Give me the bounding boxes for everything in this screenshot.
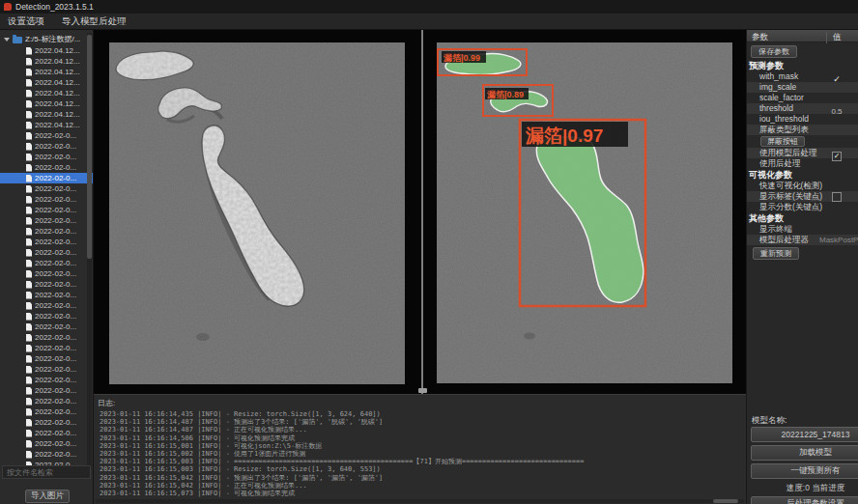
log-line: 2023-01-11 16:16:14,487 |INFO| - 正在可视化预测…	[100, 426, 746, 434]
tree-file-item[interactable]: 2022-02-0...	[0, 247, 93, 258]
tree-file-item[interactable]: 2022-02-0...	[0, 205, 93, 215]
tree-file-item[interactable]: 2022-02-0...	[0, 375, 93, 385]
file-name: 2022-02-0...	[35, 195, 76, 204]
menu-bar: 设置选项 导入模型后处理	[0, 14, 858, 30]
tree-file-item[interactable]: 2022-02-0...	[0, 130, 93, 141]
tree-file-item[interactable]: 2022-02-0...	[0, 385, 93, 396]
param-row[interactable]: 使用后处理	[747, 158, 858, 169]
param-row[interactable]: 显示标签(关键点)	[747, 191, 858, 202]
menu-item-import-postprocess[interactable]: 导入模型后处理	[62, 15, 127, 28]
param-row[interactable]: 显示终端	[747, 224, 858, 235]
param-row[interactable]: iou_threshold	[747, 114, 858, 125]
viewer-split-grip[interactable]	[418, 388, 427, 393]
tree-file-item[interactable]: 2022-02-0...	[0, 279, 93, 290]
repredict-button[interactable]: 重新预测	[753, 247, 799, 260]
file-icon	[26, 196, 32, 204]
param-value-cell	[816, 93, 857, 103]
tree-file-item[interactable]: 2022-02-0...	[0, 406, 93, 417]
tree-file-item[interactable]: 2022-02-0...	[0, 237, 93, 247]
tree-file-item[interactable]: 2022-02-0...	[0, 332, 93, 343]
param-row-button[interactable]: 屏蔽按钮	[760, 136, 805, 147]
tree-file-item[interactable]: 2022.04.12...	[0, 88, 93, 98]
tree-file-item[interactable]: 2022-02-0...	[0, 353, 93, 364]
tree-file-item[interactable]: 2022-02-0...	[0, 194, 93, 205]
log-line: 2023-01-11 16:16:15,001 |INFO| - 可视化json…	[100, 442, 746, 450]
tree-file-item[interactable]: 2022-02-0...	[0, 173, 93, 183]
tree-file-item[interactable]: 2022-02-0...	[0, 183, 93, 194]
tree-file-item[interactable]: 2022-02-0...	[0, 396, 93, 406]
tree-file-item[interactable]: 2022-02-0...	[0, 343, 93, 353]
log-line: 2023-01-11 16:16:15,003 |INFO| - =======…	[100, 458, 746, 465]
log-panel[interactable]: 日志: 2023-01-11 16:16:14,435 |INFO| - Res…	[94, 394, 746, 504]
param-row[interactable]: img_scale	[747, 82, 858, 93]
tree-root-folder[interactable]: Z:/5-标注数据/...	[0, 33, 93, 45]
tree-file-item[interactable]: 2022-02-0...	[0, 215, 93, 226]
param-row[interactable]: 屏蔽类型列表	[747, 125, 858, 135]
param-row[interactable]: threshold0.5	[747, 103, 858, 114]
import-images-button[interactable]: 导入图片	[25, 490, 70, 503]
tree-scrollbar[interactable]	[87, 33, 92, 469]
tree-file-item[interactable]: 2022.04.12...	[0, 77, 93, 88]
tree-file-item[interactable]: 2022-02-0...	[0, 300, 93, 311]
tree-file-item[interactable]: 2022-02-0...	[0, 162, 93, 173]
file-name: 2022-02-0...	[35, 153, 76, 161]
tree-file-item[interactable]: 2022-02-0...	[0, 438, 93, 449]
tree-file-item[interactable]: 2022-02-0...	[0, 268, 93, 279]
param-row[interactable]: 显示分数(关键点)	[747, 202, 858, 212]
image-smudge	[196, 333, 210, 341]
file-name: 2022-02-0...	[35, 418, 76, 427]
file-icon	[26, 164, 32, 172]
file-icon	[26, 408, 32, 416]
tree-file-item[interactable]: 2022-02-0...	[0, 449, 93, 460]
tree-file-item[interactable]: 2022-02-0...	[0, 226, 93, 237]
load-model-button[interactable]: 加载模型	[751, 445, 858, 461]
param-value-cell	[816, 114, 857, 125]
expander-icon[interactable]	[4, 38, 10, 42]
model-value-button[interactable]: 20221225_174813	[751, 427, 858, 442]
postprocess-settings-button[interactable]: 后处理参数设置	[751, 496, 858, 504]
detection-label: 漏箔|0.89	[486, 90, 524, 99]
param-label: 显示终端	[759, 224, 792, 235]
tree-file-item[interactable]: 2022.04.12...	[0, 120, 93, 130]
tree-file-item[interactable]: 2022.04.12...	[0, 56, 93, 67]
param-row[interactable]: 使用模型后处理✓	[747, 148, 858, 158]
tree-file-item[interactable]: 2022.04.12...	[0, 98, 93, 109]
save-params-button[interactable]: 保存参数	[751, 45, 797, 58]
tree-file-item[interactable]: 2022.04.12...	[0, 109, 93, 120]
tree-file-item[interactable]: 2022-02-0...	[0, 364, 93, 375]
param-row[interactable]: 快速可视化(检测)	[747, 181, 858, 191]
checkbox[interactable]	[832, 192, 842, 202]
log-scrollbar-thumb[interactable]	[713, 499, 738, 503]
tree-file-item[interactable]: 2022-02-0...	[0, 322, 93, 332]
file-icon	[26, 334, 32, 342]
file-tree[interactable]: Z:/5-标注数据/... 2022.04.12...2022.04.12...…	[0, 33, 93, 473]
tree-file-item[interactable]: 2022.04.12...	[0, 45, 93, 56]
log-horizontal-scrollbar[interactable]	[96, 499, 744, 503]
viewer-split-divider[interactable]	[421, 30, 423, 394]
tree-file-item[interactable]: 2022-02-0...	[0, 428, 93, 438]
tree-file-item[interactable]: 2022-02-0...	[0, 258, 93, 268]
menu-item-settings[interactable]: 设置选项	[8, 15, 44, 28]
prediction-image-pane[interactable]: 漏箔|0.99 漏箔|0.89 漏箔|0.97	[437, 42, 732, 383]
param-row[interactable]: scale_factor	[747, 93, 858, 103]
file-icon	[26, 377, 32, 384]
tree-file-item[interactable]: 2022-02-0...	[0, 141, 93, 152]
tree-file-item[interactable]: 2022-02-0...	[0, 290, 93, 300]
param-label: 显示分数(关键点)	[759, 202, 822, 212]
param-value-cell: ✓	[816, 71, 857, 82]
tree-scrollbar-thumb[interactable]	[87, 35, 92, 259]
header-param-column: 参数	[752, 32, 768, 43]
search-input[interactable]	[2, 465, 91, 479]
file-name: 2022.04.12...	[35, 99, 80, 108]
param-row[interactable]: with_mask✓	[747, 71, 858, 82]
file-icon	[26, 238, 32, 246]
predict-all-button[interactable]: 一键预测所有	[751, 463, 858, 479]
tree-file-item[interactable]: 2022.04.12...	[0, 67, 93, 77]
file-icon	[26, 79, 32, 87]
param-row[interactable]: 模型后处理器MaskPostPro	[747, 235, 858, 245]
tree-file-item[interactable]: 2022-02-0...	[0, 417, 93, 428]
tree-file-item[interactable]: 2022-02-0...	[0, 311, 93, 322]
file-name: 2022-02-0...	[35, 439, 76, 448]
tree-file-item[interactable]: 2022-02-0...	[0, 152, 93, 162]
original-image-pane[interactable]	[109, 42, 405, 384]
